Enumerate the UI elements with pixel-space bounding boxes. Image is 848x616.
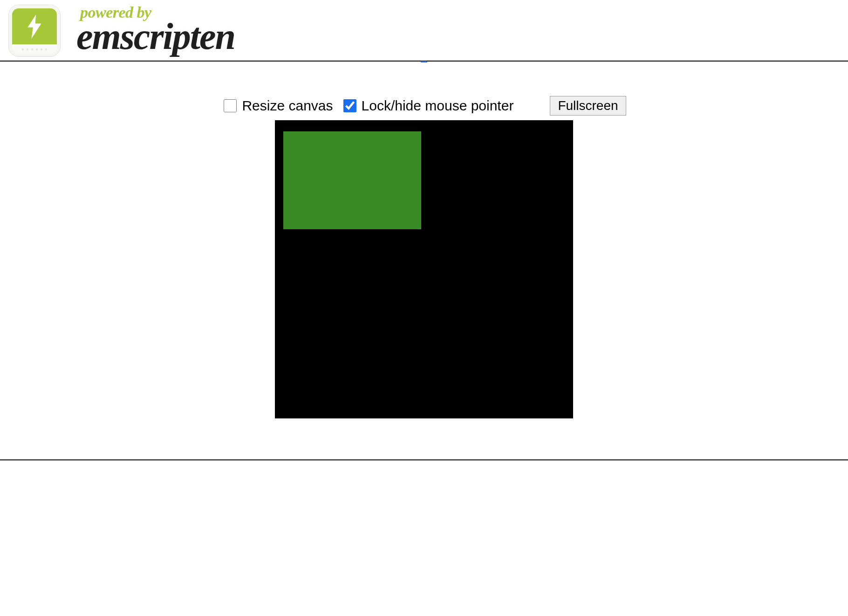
- emscripten-wordmark: powered by emscripten: [72, 2, 242, 60]
- lockhide-label[interactable]: Lock/hide mouse pointer: [362, 98, 514, 114]
- emscripten-badge-icon: [8, 5, 61, 57]
- app-canvas[interactable]: [275, 120, 573, 418]
- resize-canvas-label[interactable]: Resize canvas: [242, 98, 333, 114]
- lockhide-checkbox[interactable]: [343, 99, 356, 112]
- lockhide-option: Lock/hide mouse pointer: [342, 98, 514, 114]
- lightning-bolt-icon: [25, 14, 44, 39]
- wordmark-text: emscripten: [76, 18, 235, 55]
- resize-canvas-checkbox[interactable]: [224, 99, 237, 112]
- footer-divider: [0, 459, 848, 460]
- header: powered by emscripten: [0, 0, 848, 62]
- controls-row: Resize canvas Lock/hide mouse pointer Fu…: [0, 96, 848, 116]
- resize-canvas-option: Resize canvas: [222, 98, 333, 114]
- canvas-container: [0, 120, 848, 418]
- fullscreen-button[interactable]: Fullscreen: [550, 96, 626, 116]
